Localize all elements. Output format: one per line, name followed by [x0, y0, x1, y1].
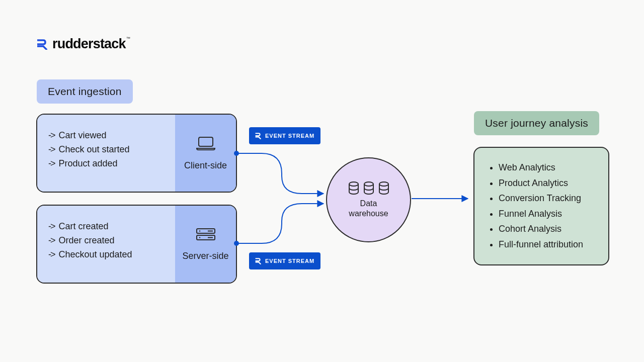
- list-item: Funnel Analysis: [499, 206, 594, 222]
- list-item: Conversion Tracking: [499, 191, 594, 206]
- server-side-box: ->Cart created ->Order created ->Checkou…: [36, 205, 237, 284]
- event-label: Checkout updated: [59, 248, 132, 262]
- laptop-icon: [195, 136, 217, 153]
- connector-dot: [234, 241, 239, 246]
- svg-rect-0: [199, 137, 213, 146]
- client-side-label: Client-side: [184, 160, 227, 171]
- server-events-list: ->Cart created ->Order created ->Checkou…: [37, 206, 175, 283]
- svg-point-8: [364, 182, 373, 186]
- server-side-panel: Server-side: [175, 206, 236, 283]
- event-label: Check out started: [59, 143, 130, 157]
- svg-point-3: [199, 230, 200, 231]
- list-item: Cohort Analysis: [499, 221, 594, 237]
- svg-point-4: [199, 237, 200, 238]
- list-item: Web Analytics: [499, 160, 594, 175]
- event-stream-pill-bottom: EVENT STREAM: [249, 252, 320, 269]
- data-warehouse-label: Datawarehouse: [349, 199, 388, 218]
- rudderstack-mark-icon: [255, 132, 261, 139]
- list-item: Product Analytics: [499, 175, 594, 191]
- rudderstack-logo: rudderstack™: [37, 36, 130, 52]
- client-side-box: ->Cart viewed ->Check out started ->Prod…: [36, 114, 237, 193]
- event-label: Cart created: [59, 220, 109, 234]
- server-icon: [195, 227, 217, 244]
- client-events-list: ->Cart viewed ->Check out started ->Prod…: [37, 115, 175, 192]
- event-ingestion-badge: Event ingestion: [37, 79, 133, 104]
- rudderstack-mark-icon: [255, 257, 261, 264]
- client-side-panel: Client-side: [175, 115, 236, 192]
- connector-dot: [234, 151, 239, 156]
- database-icon-row: [348, 182, 390, 195]
- list-item: Full-funnel attribution: [499, 237, 594, 252]
- event-stream-label: EVENT STREAM: [265, 133, 314, 139]
- svg-point-9: [379, 182, 388, 186]
- event-label: Cart viewed: [59, 129, 107, 143]
- analysis-box: Web Analytics Product Analytics Conversi…: [473, 147, 609, 265]
- analysis-list: Web Analytics Product Analytics Conversi…: [489, 160, 594, 252]
- event-stream-label: EVENT STREAM: [265, 258, 314, 264]
- data-warehouse-node: Datawarehouse: [326, 157, 411, 242]
- rudderstack-wordmark: rudderstack™: [52, 36, 130, 52]
- rudderstack-mark-icon: [37, 39, 47, 50]
- svg-point-7: [349, 182, 358, 186]
- event-label: Order created: [59, 234, 115, 248]
- user-journey-analysis-badge: User journey analysis: [474, 111, 599, 135]
- server-side-label: Server-side: [182, 251, 228, 261]
- event-label: Product added: [59, 157, 118, 171]
- event-stream-pill-top: EVENT STREAM: [249, 127, 320, 144]
